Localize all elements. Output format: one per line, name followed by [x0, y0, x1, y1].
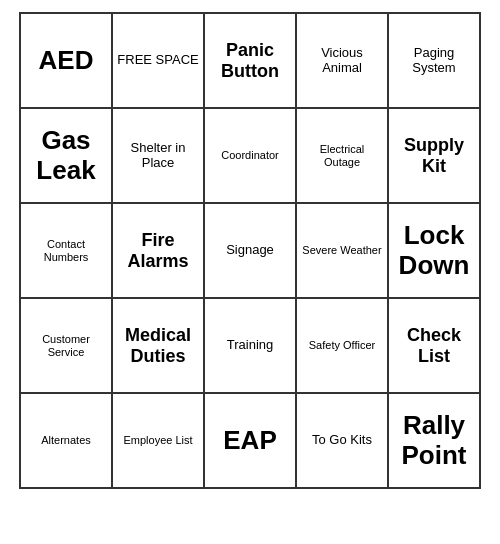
cell-r3-c1: Medical Duties [113, 299, 205, 394]
cell-r3-c2: Training [205, 299, 297, 394]
cell-r4-c3: To Go Kits [297, 394, 389, 489]
cell-r2-c4: Lock Down [389, 204, 481, 299]
cell-r1-c0: Gas Leak [21, 109, 113, 204]
cell-r1-c2: Coordinator [205, 109, 297, 204]
cell-r4-c2: EAP [205, 394, 297, 489]
bingo-grid: AEDFREE SPACEPanic ButtonVicious AnimalP… [19, 12, 481, 489]
bingo-header [20, 0, 480, 12]
cell-r2-c0: Contact Numbers [21, 204, 113, 299]
cell-r0-c1: FREE SPACE [113, 14, 205, 109]
cell-r4-c1: Employee List [113, 394, 205, 489]
cell-r4-c0: Alternates [21, 394, 113, 489]
cell-r3-c3: Safety Officer [297, 299, 389, 394]
cell-r4-c4: Rally Point [389, 394, 481, 489]
cell-r2-c1: Fire Alarms [113, 204, 205, 299]
cell-r1-c1: Shelter in Place [113, 109, 205, 204]
cell-r0-c3: Vicious Animal [297, 14, 389, 109]
cell-r2-c2: Signage [205, 204, 297, 299]
cell-r2-c3: Severe Weather [297, 204, 389, 299]
cell-r0-c2: Panic Button [205, 14, 297, 109]
cell-r3-c4: Check List [389, 299, 481, 394]
cell-r0-c0: AED [21, 14, 113, 109]
cell-r0-c4: Paging System [389, 14, 481, 109]
cell-r1-c4: Supply Kit [389, 109, 481, 204]
cell-r3-c0: Customer Service [21, 299, 113, 394]
cell-r1-c3: Electrical Outage [297, 109, 389, 204]
